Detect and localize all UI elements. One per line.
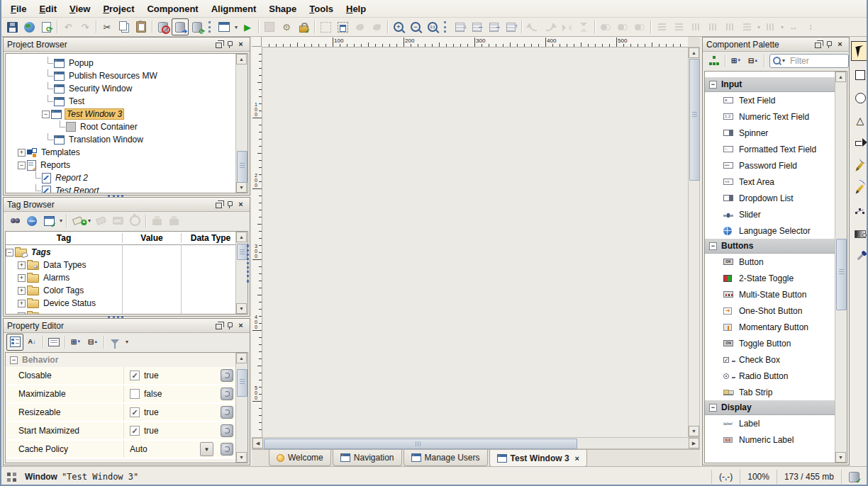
- component-palette-scrollbar-up[interactable]: ▲: [835, 72, 846, 82]
- project-tree-row[interactable]: Security Window: [6, 82, 236, 95]
- publish-gateway-button[interactable]: [21, 18, 38, 35]
- arrow-tool[interactable]: [852, 135, 868, 152]
- preview-mode-button[interactable]: ▶: [239, 18, 256, 35]
- binding-button[interactable]: [221, 369, 233, 382]
- tag-tree-row[interactable]: +Color Tags: [6, 284, 236, 297]
- binding-button[interactable]: [221, 424, 233, 437]
- property-editor-scrollbar-up[interactable]: ▲: [236, 353, 247, 363]
- browse-opc-button[interactable]: OPC: [109, 213, 126, 230]
- tag-browser-scrollbar[interactable]: ▲▼: [235, 232, 247, 314]
- expand-toggle[interactable]: +: [18, 300, 26, 307]
- palette-item-two-state-toggle[interactable]: 2-State Toggle: [705, 270, 835, 286]
- tag-tree-row[interactable]: +Data Types: [6, 259, 236, 271]
- subtract-button[interactable]: [631, 18, 648, 35]
- project-tree-row[interactable]: Root Container: [6, 120, 236, 133]
- collapse-toggle[interactable]: −: [10, 356, 18, 364]
- property-checkbox[interactable]: ✓: [130, 426, 140, 436]
- disable-comm-button[interactable]: [155, 18, 172, 35]
- tag-refresh-rate-button[interactable]: [126, 213, 143, 230]
- palette-section-display[interactable]: −Display: [705, 400, 835, 415]
- security-settings-button[interactable]: [295, 18, 312, 35]
- sort-alphabetical-button[interactable]: A: [23, 334, 40, 351]
- expand-toggle[interactable]: +: [18, 287, 26, 295]
- align-top-button[interactable]: [687, 18, 704, 35]
- tab-welcome[interactable]: Welcome: [269, 450, 331, 466]
- move-to-front-button[interactable]: [502, 18, 519, 35]
- move-backward-button[interactable]: [468, 18, 485, 35]
- toolbar-grip[interactable]: [208, 21, 213, 33]
- hscroll-thumb[interactable]: [264, 439, 577, 449]
- property-checkbox[interactable]: ✓: [130, 371, 140, 380]
- palette-section-input[interactable]: −Input: [705, 77, 835, 92]
- palette-item-text-field[interactable]: aText Field: [705, 92, 835, 108]
- gradient-tool[interactable]: [852, 225, 868, 242]
- expand-toggle[interactable]: +: [18, 261, 26, 269]
- project-tree-row[interactable]: +Templates: [6, 146, 236, 159]
- collapse-toggle[interactable]: −: [709, 81, 717, 89]
- expand-all-button[interactable]: ⊞: [67, 334, 84, 351]
- binding-button[interactable]: [221, 443, 233, 456]
- palette-item-language-selector[interactable]: Language Selector: [705, 222, 835, 239]
- tab-navigation[interactable]: Navigation: [333, 450, 402, 466]
- tag-browser-close-button[interactable]: ×: [235, 200, 246, 210]
- project-properties-button[interactable]: ⚙: [278, 18, 295, 35]
- update-project-button[interactable]: ⟳: [38, 18, 55, 35]
- selection-tool[interactable]: [851, 41, 868, 61]
- toolbar-grip[interactable]: [444, 21, 448, 33]
- palette-item-check-box[interactable]: ✓Check Box: [705, 351, 835, 368]
- show-description-button[interactable]: [45, 334, 62, 351]
- read-only-comm-button[interactable]: [172, 18, 189, 35]
- canvas-horizontal-scrollbar[interactable]: ◀▶: [252, 437, 700, 449]
- property-dropdown-button[interactable]: ▼: [200, 442, 213, 456]
- tag-column-header[interactable]: Value: [122, 233, 181, 243]
- palette-item-password-field[interactable]: •••Password Field: [705, 157, 835, 174]
- selection-bounds-button[interactable]: [317, 18, 334, 35]
- flip-vertical-button[interactable]: [575, 18, 592, 35]
- zoom-actual-button[interactable]: 1:1: [424, 18, 441, 35]
- align-bottom-button[interactable]: [704, 18, 721, 35]
- expand-toggle[interactable]: +: [18, 312, 26, 315]
- collapse-toggle[interactable]: −: [18, 162, 26, 169]
- new-window-button-dropdown[interactable]: ▾: [233, 24, 239, 30]
- property-checkbox[interactable]: ✓: [130, 407, 140, 417]
- find-tag-button[interactable]: [6, 213, 23, 230]
- project-tree-row[interactable]: −Test Window 3: [6, 108, 236, 120]
- tag-browser-scrollbar-thumb[interactable]: [237, 244, 247, 260]
- paste-button[interactable]: [133, 18, 150, 35]
- tag-browser-pin-button[interactable]: [225, 200, 235, 210]
- palette-item-toggle-button[interactable]: ONToggle Button: [705, 335, 835, 351]
- tag-column-header[interactable]: Tag: [6, 233, 122, 243]
- shape-edit-2-button[interactable]: [368, 18, 385, 35]
- palette-section-buttons[interactable]: −Buttons: [705, 239, 835, 254]
- categorized-view-button[interactable]: [6, 334, 23, 351]
- new-window-button[interactable]: [216, 18, 233, 35]
- dropdown-arrow[interactable]: ▾: [87, 217, 92, 224]
- palette-item-numeric-label[interactable]: 0.0Numeric Label: [705, 431, 835, 448]
- palette-item-text-area[interactable]: +xText Area: [705, 174, 835, 190]
- rectangle-tool[interactable]: [852, 67, 868, 84]
- property-editor-scrollbar-thumb[interactable]: [237, 369, 247, 397]
- eyedropper-tool[interactable]: [852, 248, 868, 265]
- expand-toggle[interactable]: +: [18, 149, 26, 157]
- intersect-button[interactable]: [614, 18, 631, 35]
- tab-close-button[interactable]: ×: [575, 454, 579, 463]
- palette-item-label[interactable]: labelLabel: [705, 415, 835, 431]
- save-button[interactable]: [4, 18, 21, 35]
- undo-button[interactable]: ↶: [60, 18, 77, 35]
- pencil-tool[interactable]: [852, 180, 868, 197]
- palette-item-button[interactable]: OKButton: [705, 254, 835, 270]
- tag-tree-row[interactable]: +Alarms: [6, 271, 236, 284]
- menu-edit[interactable]: Edit: [33, 2, 63, 16]
- filter-options-dropdown[interactable]: ▾: [781, 57, 786, 64]
- shape-edit-button[interactable]: [351, 18, 368, 35]
- copy-button[interactable]: [116, 18, 133, 35]
- menu-alignment[interactable]: Alignment: [205, 2, 263, 16]
- tag-edit-button[interactable]: [92, 213, 109, 230]
- property-editor-scrollbar[interactable]: ▲▼: [235, 353, 247, 463]
- center-horizontal-button[interactable]: [721, 18, 738, 35]
- splitter-project-tag[interactable]: [108, 195, 123, 197]
- project-browser-scrollbar-down[interactable]: ▼: [236, 182, 247, 193]
- project-tree-row[interactable]: Report 2: [6, 171, 236, 184]
- space-vertical-button-dropdown[interactable]: ▾: [779, 24, 785, 30]
- binding-button[interactable]: [221, 388, 233, 400]
